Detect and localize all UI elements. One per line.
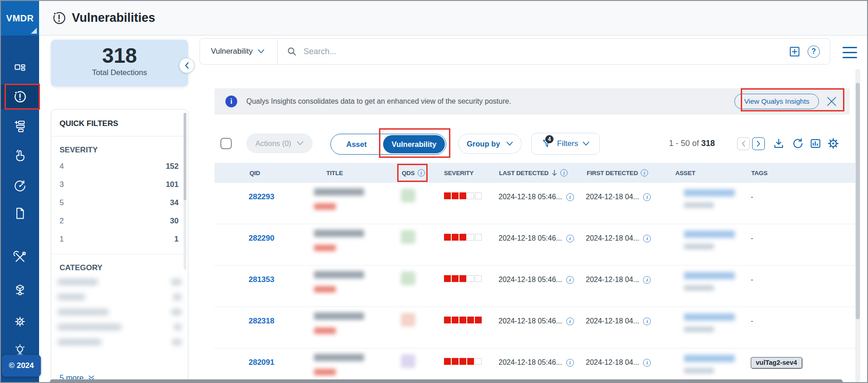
add-widget-icon[interactable] — [788, 45, 801, 58]
severity-count: 30 — [170, 217, 179, 226]
qid-link[interactable]: 281353 — [249, 266, 274, 284]
severity-count: 101 — [166, 180, 179, 189]
menu-icon[interactable] — [843, 47, 857, 62]
chevron-down-icon — [258, 49, 264, 54]
page-header: Vulnerabilities — [39, 1, 867, 35]
help-icon[interactable]: ? — [808, 45, 820, 58]
total-detections-label: Total Detections — [51, 68, 188, 77]
vmdr-app-window: VMDR — [0, 0, 868, 383]
column-header-qds[interactable]: QDSi — [401, 169, 444, 176]
sidebar-item-tools[interactable] — [5, 245, 35, 270]
download-icon[interactable] — [773, 137, 785, 150]
redacted-title — [314, 271, 401, 292]
sidebar-item-scans[interactable] — [5, 174, 35, 198]
sidebar-item-prioritization[interactable] — [5, 114, 35, 139]
info-icon[interactable]: i — [643, 235, 651, 242]
severity-filter-row[interactable]: 2 30 — [51, 212, 188, 230]
column-header-severity[interactable]: SEVERITY — [444, 170, 499, 176]
table-body: 282293 2024-12-18 05:46...i 2024-12-18 0… — [215, 183, 855, 383]
first-detected-value: 2024-12-18 04... — [586, 358, 639, 367]
column-header-first-detected[interactable]: FIRST DETECTEDi — [586, 169, 652, 176]
info-icon[interactable]: i — [418, 169, 425, 176]
info-icon[interactable]: i — [643, 276, 651, 284]
filters-dropdown[interactable]: 4 Filters — [531, 133, 600, 155]
close-icon[interactable] — [825, 95, 838, 108]
column-header-asset[interactable]: ASSET — [652, 170, 751, 176]
chevron-down-icon — [297, 141, 304, 146]
group-by-dropdown[interactable]: Group by — [458, 134, 522, 154]
info-icon[interactable]: i — [643, 359, 651, 367]
asset-view-tab[interactable]: Asset — [331, 134, 382, 154]
view-mode-segment: Asset Vulnerability — [330, 134, 446, 155]
redacted-title — [314, 354, 401, 375]
search-scope-dropdown[interactable]: Vulnerability — [200, 39, 278, 64]
qualys-insights-banner: i Qualys Insights consolidates data to g… — [215, 88, 850, 115]
sidebar-item-assets[interactable] — [5, 278, 35, 302]
vulnerability-gauge-icon — [52, 11, 66, 25]
panel-scrollbar-thumb[interactable] — [184, 113, 186, 200]
column-header-last-detected[interactable]: LAST DETECTED i — [499, 169, 586, 176]
severity-filter-row[interactable]: 3 101 — [51, 176, 188, 194]
actions-dropdown[interactable]: Actions (0) — [246, 133, 313, 153]
info-icon[interactable]: i — [566, 276, 574, 284]
sidebar-item-reports[interactable] — [5, 201, 35, 226]
table-row[interactable]: 282293 2024-12-18 05:46...i 2024-12-18 0… — [215, 183, 855, 224]
info-icon[interactable]: i — [641, 169, 648, 176]
vulnerability-view-tab[interactable]: Vulnerability — [383, 135, 445, 153]
vertical-scrollbar-thumb[interactable] — [856, 83, 860, 319]
previous-page-button[interactable] — [737, 137, 750, 150]
table-row[interactable]: 282290 2024-12-18 05:46...i 2024-12-18 0… — [215, 224, 855, 266]
severity-filter-row[interactable]: 5 34 — [51, 194, 188, 212]
chevron-left-icon — [741, 141, 746, 147]
pagination-status: 1 - 50 of 318 — [669, 139, 715, 148]
info-icon[interactable]: i — [566, 193, 574, 201]
pagination-total: 318 — [701, 139, 715, 148]
table-row[interactable]: 282318 2024-12-18 05:46...i 2024-12-18 0… — [215, 307, 855, 348]
sidebar: VMDR — [1, 1, 39, 382]
refresh-icon[interactable] — [792, 137, 804, 150]
qid-link[interactable]: 282293 — [249, 183, 274, 202]
qid-link[interactable]: 282290 — [249, 224, 274, 243]
table-row[interactable]: 282091 2024-12-18 05:46...i 2024-12-18 0… — [215, 348, 855, 383]
info-icon[interactable]: i — [566, 359, 574, 367]
info-icon[interactable]: i — [560, 169, 568, 176]
column-header-title[interactable]: TITLE — [301, 170, 401, 176]
collapse-panel-button[interactable] — [179, 58, 195, 73]
chart-icon[interactable] — [809, 137, 822, 150]
view-qualys-insights-button[interactable]: View Qualys Insights — [734, 94, 819, 109]
info-icon[interactable]: i — [566, 317, 574, 325]
search-input[interactable] — [304, 47, 788, 56]
sidebar-item-threats[interactable] — [5, 309, 35, 334]
copyright-badge: © 2024 — [2, 355, 41, 377]
sidebar-item-vulnerabilities[interactable] — [1, 85, 39, 109]
next-page-button[interactable] — [752, 137, 765, 150]
info-icon[interactable]: i — [566, 235, 574, 242]
severity-filter-row[interactable]: 1 1 — [51, 230, 188, 248]
tap-icon — [13, 149, 27, 162]
quick-filters-title: QUICK FILTERS — [51, 110, 188, 136]
horizontal-scrollbar-thumb[interactable] — [50, 379, 843, 383]
vertical-scrollbar — [855, 69, 860, 382]
info-icon[interactable]: i — [643, 193, 651, 201]
qid-link[interactable]: 282318 — [249, 307, 274, 326]
column-header-qid[interactable]: QID — [249, 170, 301, 176]
prioritization-icon — [13, 120, 27, 133]
page-title: Vulnerabilities — [72, 11, 155, 25]
column-header-tags[interactable]: TAGS — [751, 170, 855, 176]
sort-descending-icon — [551, 169, 558, 176]
vmdr-logo[interactable]: VMDR — [1, 1, 39, 35]
select-all-checkbox[interactable] — [220, 138, 232, 149]
qid-link[interactable]: 282091 — [249, 348, 274, 367]
search-bar: Vulnerability ? — [200, 38, 830, 65]
gear-icon[interactable] — [827, 137, 839, 150]
info-icon[interactable]: i — [643, 317, 651, 325]
filters-label: Filters — [557, 139, 578, 148]
last-detected-value: 2024-12-18 05:46... — [499, 317, 562, 325]
total-detections-card: 318 Total Detections — [51, 40, 188, 86]
table-row[interactable]: 281353 2024-12-18 05:46...i 2024-12-18 0… — [215, 266, 855, 307]
sidebar-item-dashboard[interactable] — [5, 57, 35, 82]
severity-filter-row[interactable]: 4 152 — [51, 157, 188, 176]
info-icon: i — [225, 96, 237, 107]
sidebar-item-responses[interactable] — [5, 143, 35, 168]
actions-label: Actions (0) — [255, 139, 291, 148]
